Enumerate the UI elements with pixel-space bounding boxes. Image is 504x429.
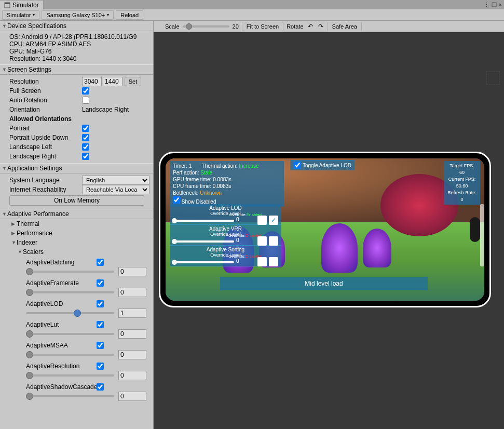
ap-header[interactable]: ▼Adaptive Performance [0, 209, 153, 219]
rotate-label: Rotate [287, 23, 303, 30]
scale-slider-thumb[interactable] [186, 23, 192, 30]
resolution-height-input[interactable] [103, 77, 122, 86]
window-tab-simulator[interactable]: Simulator [0, 0, 44, 9]
scaler-value-input[interactable] [118, 288, 146, 297]
rotate-ccw-icon[interactable]: ↶ [307, 23, 314, 30]
popout-icon[interactable] [492, 2, 497, 7]
scaler-label: AdaptiveBatching [26, 259, 97, 266]
scaler-value-input[interactable] [118, 392, 146, 401]
ov-ctrl-checkbox[interactable] [269, 236, 278, 246]
chevron-down-icon: ▾ [33, 12, 35, 17]
scaler-slider[interactable] [26, 333, 114, 335]
ov-ctrl-checkbox[interactable]: ✓ [269, 216, 278, 225]
foldout-icon: ▼ [2, 67, 7, 72]
fullscreen-checkbox[interactable] [82, 87, 89, 95]
devspec-header[interactable]: ▼Device Specifications [0, 21, 153, 31]
scaler-value-input[interactable] [118, 329, 146, 339]
fit-to-screen-button[interactable]: Fit to Screen [242, 22, 283, 31]
ov-ctrl-title: Adaptive VRR [172, 226, 279, 232]
show-disabled-checkbox[interactable] [173, 196, 180, 204]
ov-ctrl-box[interactable] [257, 236, 267, 246]
scaler-value-input[interactable] [118, 371, 146, 380]
menu-icon[interactable]: ⋮ [484, 2, 489, 8]
scaler-value-input[interactable] [118, 309, 146, 318]
portrait-ud-checkbox[interactable] [82, 134, 89, 141]
orientation-value: Landscape Right [82, 106, 129, 113]
device-icon [4, 2, 10, 8]
scaler-slider[interactable] [26, 374, 114, 377]
landscape-l-label: Landscape Left [9, 143, 82, 151]
scaler-checkbox[interactable] [97, 363, 104, 370]
safe-area-button[interactable]: Safe Area [328, 22, 362, 31]
scaler-slider[interactable] [26, 271, 114, 273]
scaler-value-input[interactable] [118, 267, 146, 276]
scaler-slider-thumb[interactable] [26, 372, 33, 379]
scaler-checkbox[interactable] [97, 383, 104, 391]
overlay-scrollbar[interactable] [480, 204, 484, 266]
resolution-width-input[interactable] [82, 77, 102, 86]
ov-ctrl-box[interactable] [257, 216, 267, 225]
foldout-icon: ▶ [11, 221, 17, 226]
ov-ctrl-slider[interactable] [172, 240, 234, 243]
ov-ctrl-checkbox[interactable] [269, 257, 278, 266]
scaler-checkbox[interactable] [97, 279, 104, 287]
scaler-slider[interactable] [26, 354, 114, 356]
viewport-panel: Scale 20 Fit to Screen Rotate ↶ ↷ Safe A… [154, 21, 504, 429]
scaler-slider-thumb[interactable] [26, 289, 33, 296]
devspec-os: OS: Android 9 / API-28 (PPR1.180610.011/… [9, 33, 153, 41]
ov-ctrl-box[interactable] [257, 257, 267, 266]
reload-button[interactable]: Reload [116, 10, 143, 20]
scale-label: Scale [165, 23, 180, 30]
ov-ctrl-value: 0 [236, 237, 239, 243]
screen-header[interactable]: ▼Screen Settings [0, 64, 153, 75]
toggle-lod-checkbox[interactable] [294, 162, 301, 169]
allowed-orientations-label: Allowed Orientations [9, 115, 82, 123]
toggle-adaptive-lod[interactable]: Toggle Adaptive LOD [290, 160, 355, 170]
scaler-slider-thumb[interactable] [26, 268, 33, 275]
scaler-checkbox[interactable] [97, 321, 104, 328]
rotate-cw-icon[interactable]: ↷ [317, 23, 324, 30]
landscape-l-checkbox[interactable] [82, 143, 89, 151]
scaler-checkbox[interactable] [97, 300, 104, 307]
scaler-checkbox[interactable] [97, 259, 104, 266]
devspec-res: Resolution: 1440 x 3040 [9, 55, 153, 62]
scaler-checkbox[interactable] [97, 342, 104, 349]
device-screen[interactable]: Timer: 1 Thermal action: Increase Perf a… [166, 158, 484, 301]
syslang-select[interactable]: English [82, 176, 149, 185]
ap-scalers-foldout[interactable]: ▼Scalers [9, 247, 153, 257]
autorot-checkbox[interactable] [82, 97, 89, 104]
ov-ctrl-slider[interactable] [172, 261, 234, 263]
portrait-checkbox[interactable] [82, 125, 89, 132]
ap-indexer-foldout[interactable]: ▼Indexer [9, 238, 153, 247]
ap-performance-foldout[interactable]: ▶Performance [9, 229, 153, 238]
scaler-label: AdaptiveFramerate [26, 279, 97, 287]
autorot-label: Auto Rotation [9, 97, 82, 104]
close-icon[interactable]: × [499, 2, 502, 8]
ap-thermal-foldout[interactable]: ▶Thermal [9, 219, 153, 229]
scaler-slider[interactable] [26, 312, 114, 314]
scaler-slider-thumb[interactable] [74, 310, 81, 317]
scaler-slider-thumb[interactable] [26, 330, 33, 338]
resolution-set-button[interactable]: Set [125, 77, 141, 86]
foldout-icon: ▼ [11, 240, 17, 245]
simulator-dropdown[interactable]: Simulator▾ [2, 10, 39, 20]
device-dropdown[interactable]: Samsung Galaxy S10+▾ [42, 10, 114, 20]
fullscreen-label: Full Screen [9, 87, 82, 95]
landscape-r-checkbox[interactable] [82, 153, 89, 160]
scaler-value-input[interactable] [118, 350, 146, 359]
lowmem-button[interactable]: On Low Memory [9, 195, 144, 206]
scaler-slider[interactable] [26, 291, 114, 293]
top-toolbar: Simulator▾ Samsung Galaxy S10+▾ Reload [0, 9, 504, 21]
scaler-slider-thumb[interactable] [26, 351, 33, 358]
ov-ctrl-title: Adaptive LOD [172, 205, 279, 211]
scaler-slider[interactable] [26, 395, 114, 397]
app-header[interactable]: ▼Application Settings [0, 163, 153, 173]
scale-slider[interactable] [183, 25, 229, 28]
devspec-cpu: CPU: ARM64 FP ASIMD AES [9, 41, 153, 48]
ov-ctrl-slider[interactable] [172, 220, 234, 222]
netreach-select[interactable]: Reachable Via Loca [82, 185, 149, 194]
scaler-label: AdaptiveMSAA [26, 342, 97, 349]
foldout-icon: ▼ [2, 211, 7, 217]
scaler-label: AdaptiveLOD [26, 300, 97, 307]
scaler-slider-thumb[interactable] [26, 393, 33, 400]
